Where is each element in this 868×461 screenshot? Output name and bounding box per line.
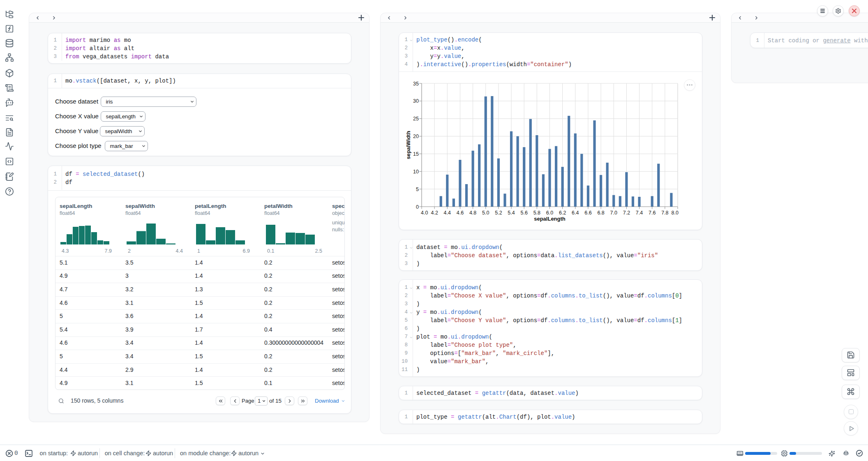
svg-text:20: 20 <box>413 134 419 139</box>
svg-text:5.4: 5.4 <box>508 210 515 216</box>
svg-text:6.0: 6.0 <box>546 210 553 216</box>
svg-text:4.4: 4.4 <box>444 210 451 216</box>
svg-text:15: 15 <box>413 151 419 157</box>
svg-text:0: 0 <box>416 204 419 210</box>
svg-text:6.4: 6.4 <box>572 210 579 216</box>
svg-text:35: 35 <box>413 81 419 87</box>
svg-text:7.4: 7.4 <box>636 210 643 216</box>
svg-text:5.6: 5.6 <box>521 210 528 216</box>
svg-text:10: 10 <box>413 169 419 175</box>
svg-text:5.8: 5.8 <box>533 210 540 216</box>
svg-text:6.6: 6.6 <box>584 210 591 216</box>
svg-text:5: 5 <box>416 187 419 192</box>
svg-text:4.6: 4.6 <box>457 210 464 216</box>
svg-text:6.8: 6.8 <box>597 210 604 216</box>
svg-text:7.6: 7.6 <box>649 210 656 216</box>
svg-text:7.2: 7.2 <box>623 210 630 216</box>
svg-text:sepalLength: sepalLength <box>534 216 566 222</box>
svg-text:5.0: 5.0 <box>482 210 489 216</box>
svg-text:30: 30 <box>413 98 419 104</box>
svg-text:7.0: 7.0 <box>610 210 617 216</box>
svg-text:4.0: 4.0 <box>421 210 428 216</box>
svg-text:6.2: 6.2 <box>559 210 566 216</box>
svg-text:5.2: 5.2 <box>495 210 502 216</box>
svg-text:4.2: 4.2 <box>431 210 438 216</box>
svg-text:4.8: 4.8 <box>469 210 476 216</box>
svg-text:25: 25 <box>413 116 419 122</box>
svg-text:7.8: 7.8 <box>661 210 668 216</box>
svg-text:sepalWidth: sepalWidth <box>405 131 411 159</box>
svg-text:8.0: 8.0 <box>672 210 679 216</box>
